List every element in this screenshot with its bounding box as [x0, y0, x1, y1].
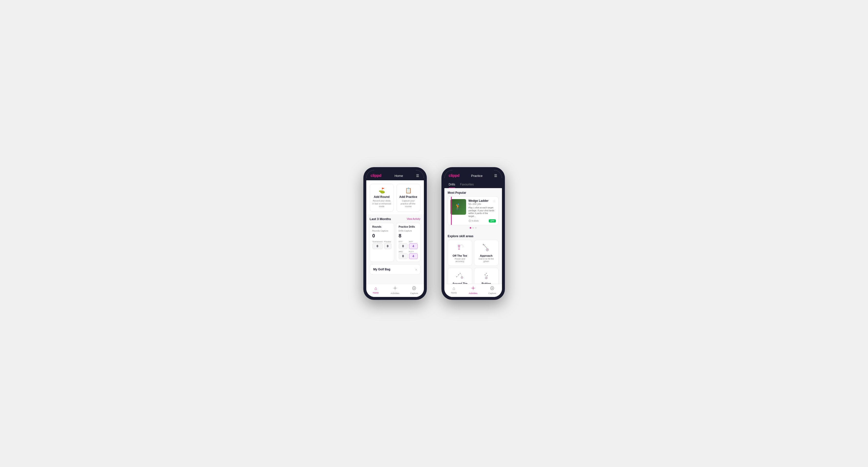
app-value: 4	[409, 243, 418, 249]
tournament-stat: Tournament 0	[372, 241, 383, 249]
tee-name: Off The Tee	[453, 254, 467, 257]
nav-activities[interactable]: Activities	[385, 286, 405, 294]
phone-practice: clippd Practice ☰ Drills Favourites Most…	[441, 167, 505, 300]
skill-off-the-tee[interactable]: Off The Tee Power and accuracy	[448, 240, 472, 266]
putting-icon-area	[480, 271, 492, 281]
last3months-label: Last 3 Months	[370, 217, 391, 221]
drill-badge: APP	[489, 219, 496, 222]
putting-name: Putting	[482, 282, 491, 284]
golf-bag-row[interactable]: My Golf Bag ›	[370, 264, 421, 275]
skill-putting[interactable]: Putting Make and lag practice	[474, 268, 499, 284]
capture-nav-label: Capture	[410, 292, 418, 294]
ott-stat: OTT 0	[399, 241, 407, 249]
svg-point-17	[486, 278, 486, 278]
explore-section: Explore skill areas Off The Tee	[444, 232, 502, 284]
quick-actions: ⛳ Add Round Record your shots in fast or…	[366, 180, 424, 214]
nav-capture-2[interactable]: Capture	[483, 286, 502, 294]
add-practice-card[interactable]: 📋 Add Practice Capture your practice off…	[396, 184, 421, 212]
rounds-title: Rounds	[372, 225, 392, 228]
tee-icon	[455, 244, 465, 252]
svg-point-9	[487, 249, 488, 250]
most-popular-title: Most Popular	[448, 191, 499, 194]
home-nav-label-2: Home	[451, 291, 457, 294]
add-practice-title: Add Practice	[399, 195, 417, 198]
practice-label: Practice	[384, 241, 392, 243]
home-header: clippd Home ☰	[366, 170, 424, 180]
skill-around-the-green[interactable]: Around The Green Hone your short game	[448, 268, 472, 284]
add-round-card[interactable]: ⛳ Add Round Record your shots in fast or…	[370, 184, 394, 212]
drills-row2: ARG 0 PUTT 4	[399, 251, 418, 259]
svg-point-19	[485, 275, 485, 275]
activities-icon-2	[471, 286, 475, 291]
practice-title: Practice	[471, 174, 483, 178]
carousel-dots	[448, 225, 499, 230]
approach-desc: Dial-in to hit the green	[477, 258, 495, 262]
add-round-desc: Record your shots in fast or enhanced mo…	[372, 199, 391, 208]
dot-3	[475, 227, 476, 229]
nav-home-2[interactable]: ⌂ Home	[444, 286, 464, 294]
add-round-title: Add Round	[374, 195, 390, 198]
app-label: APP	[409, 241, 418, 243]
putt-stat: PUTT 4	[409, 251, 418, 259]
dot-2	[472, 227, 474, 229]
add-practice-desc: Capture your practice off-the-course	[399, 199, 418, 208]
practice-drills-title: Practice Drills	[399, 225, 418, 228]
atg-icon-area	[454, 271, 466, 281]
activities-icon	[393, 286, 397, 291]
capture-icon	[412, 286, 416, 291]
putt-label: PUTT	[409, 251, 418, 253]
around-green-icon	[455, 271, 465, 280]
bottom-nav-home: ⌂ Home Activities	[366, 284, 424, 297]
favourite-star-icon[interactable]: ☆	[493, 199, 496, 203]
menu-icon[interactable]: ☰	[416, 174, 419, 178]
most-popular-section: Most Popular 🏌️ Wedge Ladder 50–100 yds …	[444, 188, 502, 232]
practice-tabs: Drills Favourites	[444, 180, 502, 188]
card-accent	[451, 197, 452, 225]
drill-name: Wedge Ladder	[468, 199, 496, 203]
ott-label: OTT	[399, 241, 407, 243]
tee-desc: Power and accuracy	[451, 258, 469, 262]
svg-point-0	[394, 288, 396, 289]
app-stat: APP 4	[409, 241, 418, 249]
practice-menu-icon[interactable]: ☰	[494, 174, 497, 178]
practice-value: 0	[384, 243, 392, 249]
nav-activities-2[interactable]: Activities	[463, 286, 483, 294]
svg-point-12	[461, 277, 462, 278]
chevron-right-icon: ›	[415, 268, 417, 271]
nav-home[interactable]: ⌂ Home	[366, 286, 385, 294]
svg-point-5	[458, 245, 460, 246]
arg-stat: ARG 0	[399, 251, 407, 259]
home-icon: ⌂	[374, 286, 377, 291]
last3months-header: Last 3 Months View Activity	[366, 214, 424, 223]
tab-favourites[interactable]: Favourites	[460, 180, 474, 188]
view-activity-link[interactable]: View Activity	[407, 218, 420, 220]
home-title: Home	[395, 174, 403, 178]
drill-footer: 9 shots APP	[468, 219, 496, 222]
home-body: ⛳ Add Round Record your shots in fast or…	[366, 180, 424, 284]
svg-point-13	[456, 276, 457, 277]
wedge-ladder-card[interactable]: 🏌️ Wedge Ladder 50–100 yds Play 1 shot a…	[448, 196, 499, 225]
practice-header: clippd Practice ☰	[444, 170, 502, 180]
practice-drills-card: Practice Drills Drills Capture 8 OTT 0 A…	[396, 223, 421, 262]
atg-name: Around The Green	[451, 282, 469, 284]
phone-home: clippd Home ☰ ⛳ Add Round Record your sh…	[363, 167, 427, 300]
approach-icon	[482, 244, 491, 252]
add-round-icon: ⛳	[378, 187, 385, 194]
rounds-value: 0	[372, 233, 392, 239]
drills-capture-label: Drills Capture	[399, 229, 418, 232]
drill-shots: 9 shots	[468, 220, 479, 222]
ott-value: 0	[399, 243, 407, 249]
app-logo: clippd	[371, 174, 381, 178]
drill-info: Wedge Ladder 50–100 yds Play 1 shot at e…	[468, 199, 496, 222]
tab-drills[interactable]: Drills	[449, 180, 455, 188]
putt-value: 4	[409, 253, 418, 259]
add-practice-icon: 📋	[405, 187, 412, 194]
clock-icon	[468, 220, 471, 222]
rounds-capture-label: Rounds Capture	[372, 229, 392, 232]
nav-capture[interactable]: Capture	[405, 286, 424, 294]
putting-icon	[482, 271, 491, 280]
dot-1	[470, 227, 471, 229]
skill-grid: Off The Tee Power and accuracy	[448, 240, 499, 284]
skill-approach[interactable]: Approach Dial-in to hit the green	[474, 240, 499, 266]
svg-point-21	[472, 288, 474, 289]
